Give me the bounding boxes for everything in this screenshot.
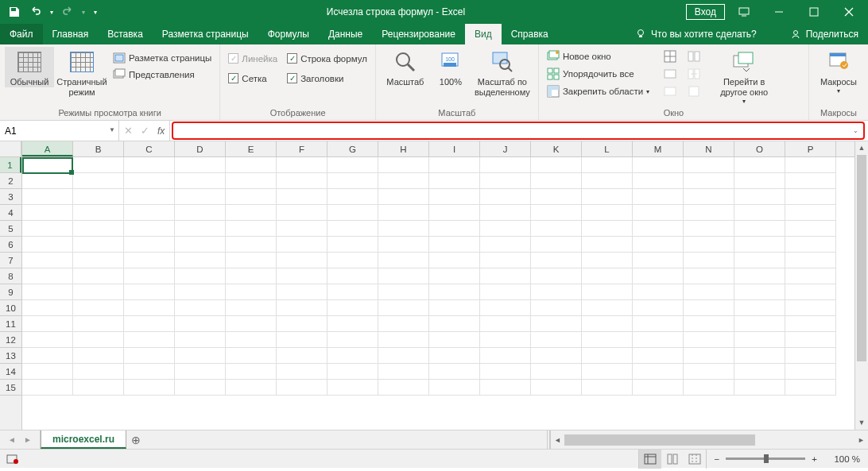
- row-header-12[interactable]: 12: [0, 332, 21, 348]
- cell[interactable]: [22, 316, 73, 332]
- cell[interactable]: [175, 364, 226, 380]
- zoom-slider-knob[interactable]: [764, 454, 769, 463]
- cell[interactable]: [684, 157, 734, 173]
- cell[interactable]: [73, 237, 124, 253]
- cell[interactable]: [633, 380, 684, 396]
- cell[interactable]: [22, 268, 73, 284]
- zoom-100-button[interactable]: 100 100%: [433, 47, 468, 87]
- cell[interactable]: [785, 268, 836, 284]
- cell[interactable]: [429, 284, 480, 300]
- cell[interactable]: [480, 205, 531, 221]
- custom-views-button[interactable]: Представления: [110, 67, 215, 83]
- cell[interactable]: [785, 284, 836, 300]
- cell[interactable]: [582, 300, 633, 316]
- cell[interactable]: [327, 189, 378, 205]
- cell[interactable]: [22, 237, 73, 253]
- cell[interactable]: [175, 237, 226, 253]
- cell[interactable]: [378, 300, 429, 316]
- cell[interactable]: [582, 268, 633, 284]
- qat-customize-icon[interactable]: ▾: [90, 2, 101, 21]
- cell[interactable]: [582, 157, 633, 173]
- cell[interactable]: [582, 316, 633, 332]
- macro-record-icon[interactable]: [0, 454, 25, 465]
- cell[interactable]: [226, 157, 277, 173]
- cell[interactable]: [175, 348, 226, 364]
- select-all-corner[interactable]: [0, 141, 21, 157]
- row-header-3[interactable]: 3: [0, 189, 21, 205]
- col-header-I[interactable]: I: [429, 141, 480, 156]
- cell[interactable]: [73, 380, 124, 396]
- cell[interactable]: [124, 173, 175, 189]
- split-button[interactable]: [661, 48, 680, 64]
- cell[interactable]: [684, 253, 734, 268]
- cell[interactable]: [785, 316, 836, 332]
- cell[interactable]: [734, 173, 785, 189]
- cell[interactable]: [684, 189, 734, 205]
- cell[interactable]: [22, 189, 73, 205]
- cell[interactable]: [480, 380, 531, 396]
- cell[interactable]: [531, 157, 582, 173]
- cell[interactable]: [531, 364, 582, 380]
- cell[interactable]: [633, 316, 684, 332]
- cell[interactable]: [378, 157, 429, 173]
- hscroll-thumb[interactable]: [564, 434, 755, 446]
- formula-bar-checkbox[interactable]: ✓ Строка формул: [284, 52, 370, 65]
- cell[interactable]: [734, 364, 785, 380]
- share-button[interactable]: Поделиться: [790, 29, 858, 40]
- cell[interactable]: [633, 253, 684, 268]
- cell[interactable]: [429, 237, 480, 253]
- cell[interactable]: [684, 332, 734, 348]
- cell[interactable]: [531, 284, 582, 300]
- cell[interactable]: [633, 300, 684, 316]
- cell[interactable]: [327, 268, 378, 284]
- tab-insert[interactable]: Вставка: [98, 24, 153, 44]
- cell[interactable]: [480, 237, 531, 253]
- cell[interactable]: [480, 364, 531, 380]
- col-header-O[interactable]: O: [734, 141, 785, 156]
- cell[interactable]: [480, 268, 531, 284]
- cell[interactable]: [378, 316, 429, 332]
- cell[interactable]: [734, 221, 785, 237]
- cell[interactable]: [226, 189, 277, 205]
- headings-checkbox[interactable]: ✓ Заголовки: [284, 71, 370, 85]
- col-header-F[interactable]: F: [277, 141, 327, 156]
- cell[interactable]: [22, 380, 73, 396]
- cell[interactable]: [277, 300, 327, 316]
- cell[interactable]: [429, 253, 480, 268]
- cell[interactable]: [175, 284, 226, 300]
- cell[interactable]: [684, 284, 734, 300]
- cell[interactable]: [124, 205, 175, 221]
- cell[interactable]: [582, 189, 633, 205]
- cell[interactable]: [429, 221, 480, 237]
- cell[interactable]: [785, 237, 836, 253]
- cell[interactable]: [327, 380, 378, 396]
- name-box-input[interactable]: [5, 125, 114, 137]
- cell[interactable]: [175, 157, 226, 173]
- row-header-5[interactable]: 5: [0, 221, 21, 237]
- cell[interactable]: [73, 268, 124, 284]
- sheet-tab-active[interactable]: microexcel.ru: [41, 430, 126, 449]
- switch-windows-button[interactable]: Перейти в другое окно▾: [713, 47, 775, 106]
- cell[interactable]: [378, 173, 429, 189]
- cell[interactable]: [277, 364, 327, 380]
- cell[interactable]: [480, 173, 531, 189]
- maximize-icon[interactable]: [798, 0, 830, 24]
- cell[interactable]: [277, 380, 327, 396]
- cell[interactable]: [73, 253, 124, 268]
- cell[interactable]: [226, 364, 277, 380]
- row-header-6[interactable]: 6: [0, 237, 21, 253]
- cell[interactable]: [378, 205, 429, 221]
- cell[interactable]: [633, 157, 684, 173]
- cell[interactable]: [633, 189, 684, 205]
- cell[interactable]: [327, 221, 378, 237]
- sheet-next-icon[interactable]: ►: [21, 433, 35, 447]
- name-box[interactable]: ▼: [0, 121, 119, 141]
- cell[interactable]: [633, 332, 684, 348]
- normal-shortcut-icon[interactable]: [639, 450, 661, 469]
- page-break-shortcut-icon[interactable]: [684, 450, 706, 469]
- cell[interactable]: [785, 380, 836, 396]
- cell[interactable]: [531, 221, 582, 237]
- cell[interactable]: [378, 221, 429, 237]
- cell[interactable]: [531, 189, 582, 205]
- cell[interactable]: [124, 284, 175, 300]
